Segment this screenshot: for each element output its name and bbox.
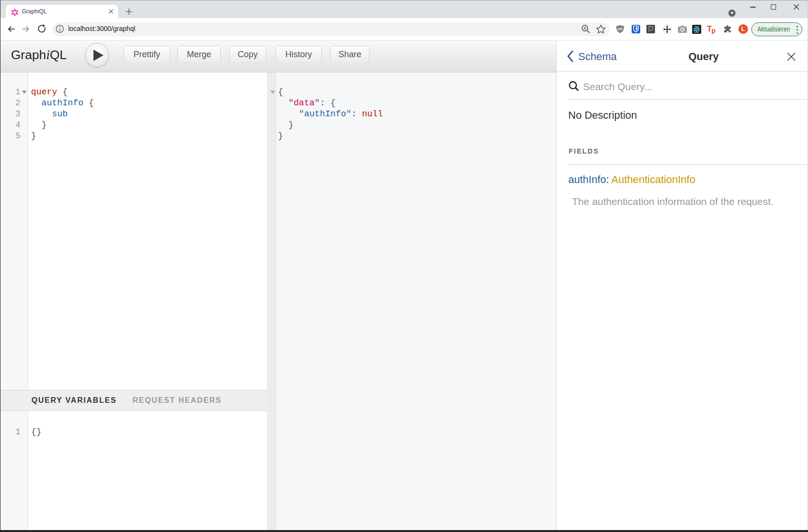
svg-text:uO: uO — [618, 27, 623, 31]
